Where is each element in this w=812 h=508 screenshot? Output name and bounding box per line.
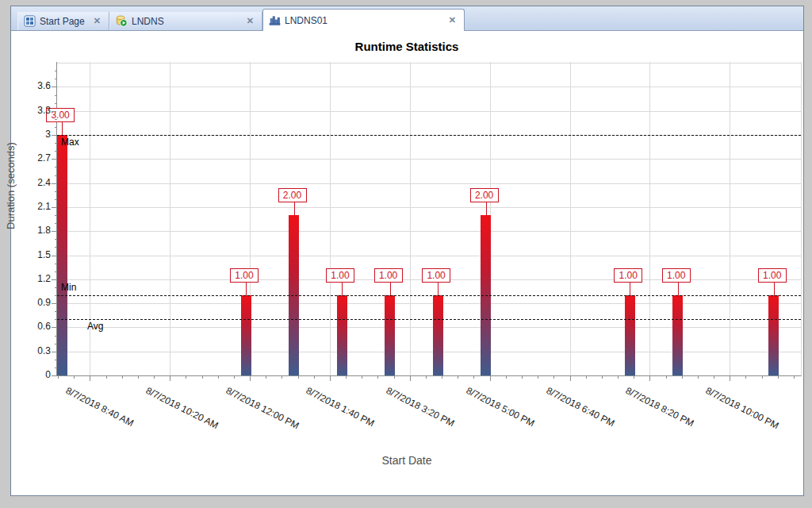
x-tick-label: 8/7/2018 1:40 PM [304,385,377,429]
bar-label-connector [774,283,775,295]
y-minor-tick [55,247,57,248]
bar-label-connector [294,202,295,215]
y-gridline [57,159,801,160]
x-minor-tick [218,376,219,379]
x-minor-tick [138,376,139,379]
y-tick [52,375,56,376]
app-window: Start Page ✕ LNDNS ✕ LNDNS01 [10,6,804,496]
y-gridline [57,231,801,232]
y-tick [52,327,56,328]
bar[interactable] [433,295,443,375]
x-minor-tick [346,376,347,379]
x-minor-tick [202,376,203,379]
y-tick [52,135,56,136]
tab-lndns[interactable]: LNDNS ✕ [109,12,262,30]
x-minor-tick [586,376,587,379]
bar[interactable] [241,295,251,375]
y-tick [52,303,56,304]
bar[interactable] [337,295,347,375]
bar[interactable] [385,295,395,375]
close-tab-icon[interactable]: ✕ [245,16,255,26]
y-minor-tick [55,79,57,79]
y-gridline [57,183,801,184]
x-minor-tick [186,376,186,379]
y-minor-tick [55,127,57,128]
start-page-grid-icon [24,15,36,27]
tab-label: LNDNS [132,16,164,27]
tab-label: LNDNS01 [285,15,327,26]
x-minor-tick [538,376,538,379]
x-minor-tick [234,376,235,379]
y-minor-tick [55,95,57,96]
x-minor-tick [682,376,683,379]
close-tab-icon[interactable]: ✕ [92,16,102,26]
bar-value-label: 2.00 [278,188,307,202]
y-minor-tick [55,287,57,288]
x-tick [570,376,571,381]
x-minor-tick [377,376,378,379]
y-gridline [57,256,801,256]
y-tick-label: 3.6 [19,80,51,91]
y-gridline [57,111,801,112]
y-minor-tick [55,119,57,120]
bar-value-label: 1.00 [614,268,642,283]
bar[interactable] [57,135,67,375]
x-minor-tick [426,376,427,379]
x-minor-tick [362,376,362,379]
y-tick [52,87,56,87]
y-minor-tick [55,143,57,144]
x-minor-tick [458,376,458,379]
bar[interactable] [768,295,779,375]
y-tick [52,231,56,232]
x-minor-tick [298,376,299,379]
bar-chart-icon [269,14,281,26]
bar-value-label: 1.00 [230,268,259,283]
bar-label-connector [678,283,679,295]
x-tick-label: 8/7/2018 6:40 PM [544,385,616,429]
tab-label: Start Page [40,16,85,27]
y-minor-tick [55,368,57,368]
plot-area[interactable] [56,62,802,376]
x-tick [730,376,730,381]
y-gridline [57,207,801,208]
y-minor-tick [55,103,57,104]
y-minor-tick [55,311,57,312]
bar[interactable] [672,295,683,375]
y-tick-label: 3 [19,129,51,140]
y-minor-tick [55,239,57,240]
ref-line-max [57,135,801,136]
ref-line-min [57,295,801,296]
y-tick-label: 1.8 [19,225,51,236]
x-minor-tick [473,376,474,379]
x-minor-tick [442,376,442,379]
x-minor-tick [634,376,634,379]
bar-label-connector [246,283,247,295]
x-gridline [570,62,571,375]
bar[interactable] [625,295,635,375]
y-gridline [57,63,801,64]
x-tick-label: 8/7/2018 3:20 PM [384,385,456,429]
y-tick [52,279,56,280]
y-minor-tick [55,191,57,192]
x-minor-tick [266,376,266,379]
y-tick-label: 1.5 [19,249,51,260]
ref-label-min: Min [61,282,76,293]
bar-value-label: 1.00 [758,268,787,283]
y-minor-tick [55,360,57,360]
x-gridline [410,62,411,375]
x-gridline [649,62,650,375]
close-tab-icon[interactable]: ✕ [447,15,458,25]
tab-lndns01-active[interactable]: LNDNS01 ✕ [262,9,465,31]
y-tick [52,207,56,208]
x-tick [649,376,650,381]
x-tick [330,376,331,381]
ref-line-avg [57,319,801,320]
y-minor-tick [55,295,57,296]
y-gridline [57,352,801,352]
x-minor-tick [762,376,763,379]
bar-label-connector [62,122,63,135]
tab-start-page[interactable]: Start Page ✕ [17,12,109,30]
y-minor-tick [55,271,57,272]
x-minor-tick [794,376,795,379]
y-tick-label: 3.3 [19,105,51,116]
